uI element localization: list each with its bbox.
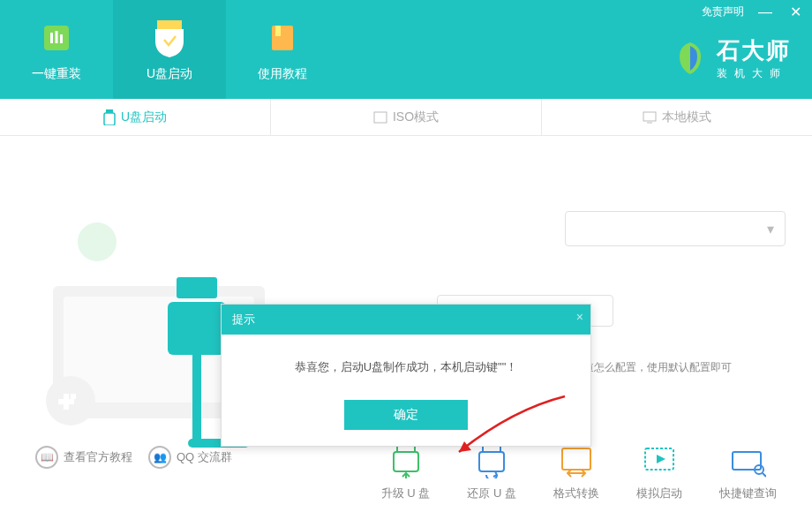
modal-close-button[interactable]: × (576, 310, 583, 324)
app-header: 一键重装 U盘启动 使用教程 免责声明 — ✕ 石大师 装机大师 (0, 0, 812, 99)
brand: 石大师 装机大师 (671, 35, 791, 81)
nav-reinstall[interactable]: 一键重装 (0, 0, 113, 99)
usb-icon (103, 109, 116, 125)
nav-label: 使用教程 (258, 66, 307, 82)
close-button[interactable]: ✕ (786, 4, 805, 20)
svg-rect-8 (374, 112, 387, 123)
modal-title: 提示 (232, 312, 255, 328)
tab-usb-boot[interactable]: U盘启动 (0, 99, 270, 135)
nav-label: U盘启动 (147, 66, 192, 82)
brand-subtitle: 装机大师 (717, 66, 787, 81)
svg-rect-1 (50, 33, 53, 43)
svg-rect-4 (272, 26, 293, 50)
svg-rect-7 (104, 113, 115, 125)
tab-label: 本地模式 (662, 109, 711, 125)
nav-label: 一键重装 (32, 66, 81, 82)
modal-message: 恭喜您，启动U盘制作成功，本机启动键""！ (222, 335, 590, 391)
modal-ok-button[interactable]: 确定 (344, 400, 468, 430)
brand-title: 石大师 (717, 35, 791, 66)
modal-overlay: 提示 × 恭喜您，启动U盘制作成功，本机启动键""！ 确定 (0, 136, 812, 512)
mode-tabs: U盘启动 ISO模式 本地模式 (0, 99, 812, 136)
tab-iso[interactable]: ISO模式 (270, 99, 541, 135)
svg-rect-5 (275, 26, 281, 36)
nav-tutorial[interactable]: 使用教程 (226, 0, 339, 99)
tab-label: ISO模式 (393, 109, 439, 125)
iso-icon (373, 110, 387, 124)
modal-header: 提示 × (222, 305, 590, 335)
svg-rect-9 (643, 112, 656, 121)
minimize-button[interactable]: — (755, 4, 776, 20)
window-controls: 免责声明 — ✕ (695, 0, 812, 24)
svg-rect-2 (56, 31, 58, 43)
monitor-icon (643, 111, 657, 124)
brand-logo-icon (671, 39, 710, 78)
nav-usb-boot[interactable]: U盘启动 (113, 0, 226, 99)
book-icon (261, 17, 304, 59)
svg-rect-3 (60, 34, 63, 43)
tab-label: U盘启动 (121, 109, 167, 125)
tab-local[interactable]: 本地模式 (541, 99, 812, 135)
bars-icon (35, 17, 78, 59)
success-modal: 提示 × 恭喜您，启动U盘制作成功，本机启动键""！ 确定 (221, 304, 591, 447)
disclaimer-link[interactable]: 免责声明 (702, 4, 744, 19)
usb-shield-icon (148, 17, 191, 59)
content-area: ▾ 开始制作 小贴士：如果不知道怎么配置，使用默认配置即可 📖 查看官方教程 👥… (0, 136, 812, 512)
